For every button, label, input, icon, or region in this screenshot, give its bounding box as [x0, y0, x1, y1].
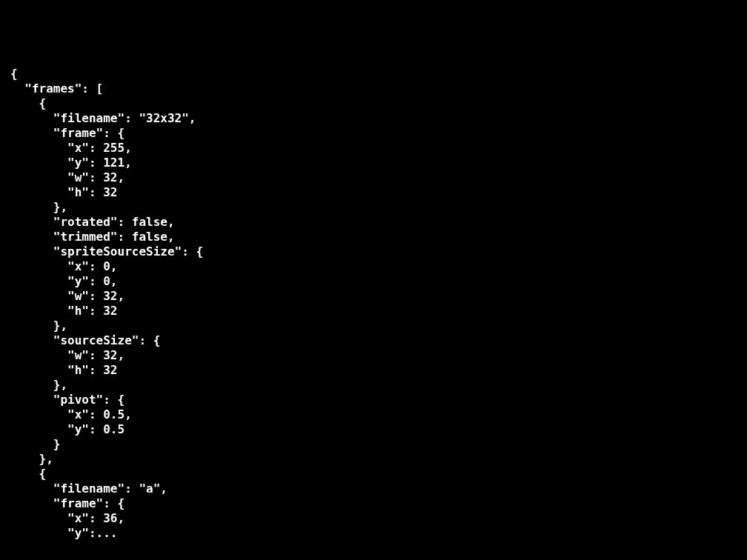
code-line: "x": 0.5, — [10, 407, 737, 422]
code-line: "w": 32, — [10, 289, 737, 304]
code-line: }, — [10, 200, 737, 215]
code-line: "x": 255, — [10, 141, 737, 156]
code-line: "sourceSize": { — [10, 333, 737, 348]
code-line: { — [10, 96, 737, 111]
code-line: { — [10, 67, 737, 81]
code-line: "filename": "a", — [10, 481, 737, 496]
code-line: }, — [10, 452, 737, 467]
code-line: }, — [10, 378, 737, 393]
code-line: "w": 32, — [10, 348, 737, 363]
code-line: "frame": { — [10, 126, 737, 141]
code-line: "x": 36, — [10, 511, 737, 526]
code-line: "y": 121, — [10, 156, 737, 170]
code-line: "pivot": { — [10, 393, 737, 407]
code-line: "x": 0, — [10, 259, 737, 274]
code-line: "y":... — [10, 526, 737, 541]
code-line: "y": 0, — [10, 274, 737, 289]
code-line: "frames": [ — [10, 81, 737, 96]
code-line: "frame": { — [10, 496, 737, 511]
code-line: { — [10, 467, 737, 481]
code-line: } — [10, 437, 737, 452]
code-line: "h": 32 — [10, 185, 737, 200]
code-line: "spriteSourceSize": { — [10, 244, 737, 259]
code-line: }, — [10, 319, 737, 333]
code-line: "filename": "32x32", — [10, 111, 737, 126]
code-line: "rotated": false, — [10, 215, 737, 230]
code-line: "trimmed": false, — [10, 230, 737, 244]
code-line: "w": 32, — [10, 170, 737, 185]
code-line: "h": 32 — [10, 363, 737, 378]
code-line: "h": 32 — [10, 304, 737, 319]
code-line: "y": 0.5 — [10, 422, 737, 437]
code-block: { "frames": [ { "filename": "32x32", "fr… — [10, 67, 737, 541]
